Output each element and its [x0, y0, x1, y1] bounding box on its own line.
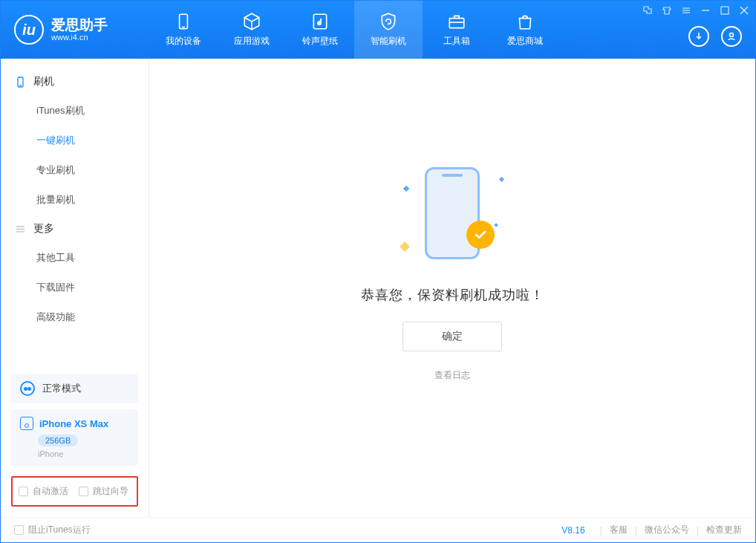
bag-icon: [515, 12, 535, 31]
feedback-icon[interactable]: [642, 5, 653, 18]
sidebar-section-flash[interactable]: 刷机: [1, 68, 149, 96]
app-window: iu 爱思助手 www.i4.cn 我的设备 应用游戏: [0, 0, 756, 543]
shield-refresh-icon: [379, 12, 398, 31]
body: 刷机 iTunes刷机 一键刷机 专业刷机 批量刷机 更多 其他工具 下载固件 …: [1, 59, 755, 517]
footer-link-service[interactable]: 客服: [610, 524, 628, 536]
highlighted-checkbox-row: 自动激活 跳过向导: [11, 476, 138, 507]
svg-rect-10: [721, 7, 729, 14]
window-controls: [642, 5, 749, 18]
main-content: 恭喜您，保资料刷机成功啦！ 确定 查看日志: [149, 59, 755, 517]
block-itunes-checkbox[interactable]: 阻止iTunes运行: [14, 524, 91, 536]
footer-link-wechat[interactable]: 微信公众号: [645, 524, 689, 536]
nav-label: 铃声壁纸: [302, 35, 338, 48]
checkbox-icon: [79, 487, 88, 496]
nav-store[interactable]: 爱思商城: [491, 1, 559, 59]
device-icon: [20, 417, 33, 430]
nav-label: 爱思商城: [507, 35, 543, 48]
nav-apps-games[interactable]: 应用游戏: [218, 1, 286, 59]
check-badge-icon: [466, 221, 495, 249]
checkbox-label: 阻止iTunes运行: [28, 524, 91, 536]
sidebar: 刷机 iTunes刷机 一键刷机 专业刷机 批量刷机 更多 其他工具 下载固件 …: [1, 59, 149, 517]
skin-icon[interactable]: [662, 5, 672, 18]
briefcase-icon: [447, 12, 466, 31]
close-button[interactable]: [739, 5, 749, 18]
logo-icon: iu: [14, 15, 44, 45]
storage-badge: 256GB: [38, 435, 78, 446]
mode-box[interactable]: 正常模式: [11, 374, 138, 403]
auto-activate-checkbox[interactable]: 自动激活: [19, 485, 68, 498]
svg-rect-4: [449, 19, 464, 28]
footer-link-update[interactable]: 检查更新: [706, 524, 742, 536]
header-right-icons: [688, 26, 742, 47]
sidebar-item-pro-flash[interactable]: 专业刷机: [1, 155, 149, 185]
sidebar-item-download-firmware[interactable]: 下载固件: [1, 273, 149, 302]
footer-right: V8.16 | 客服 | 微信公众号 | 检查更新: [561, 524, 742, 536]
section-title: 刷机: [33, 75, 54, 88]
minimize-button[interactable]: [700, 5, 711, 18]
nav-label: 工具箱: [443, 35, 470, 48]
checkbox-icon: [14, 525, 24, 535]
nav-smart-flash[interactable]: 智能刷机: [354, 1, 423, 59]
device-name: iPhone XS Max: [39, 418, 108, 429]
sparkle-icon: [403, 186, 409, 192]
svg-point-14: [730, 33, 734, 37]
footer: 阻止iTunes运行 V8.16 | 客服 | 微信公众号 | 检查更新: [1, 517, 755, 542]
sparkle-icon: [499, 177, 504, 182]
sidebar-section-more[interactable]: 更多: [1, 215, 149, 243]
success-message: 恭喜您，保资料刷机成功啦！: [361, 286, 544, 304]
cube-icon: [242, 12, 261, 31]
user-icon[interactable]: [721, 26, 742, 47]
maximize-button[interactable]: [720, 5, 730, 18]
section-title: 更多: [33, 222, 54, 235]
nav-ringtone-wallpaper[interactable]: 铃声壁纸: [286, 1, 354, 59]
sidebar-item-oneclick-flash[interactable]: 一键刷机: [1, 126, 149, 155]
skip-setup-checkbox[interactable]: 跳过向导: [79, 485, 128, 498]
mode-icon: [20, 381, 35, 396]
logo-text: 爱思助手 www.i4.cn: [51, 18, 108, 42]
nav-toolbox[interactable]: 工具箱: [423, 1, 491, 59]
checkbox-label: 跳过向导: [93, 485, 128, 498]
device-type: iPhone: [38, 449, 129, 458]
sidebar-item-itunes-flash[interactable]: iTunes刷机: [1, 96, 149, 126]
success-illustration: [397, 164, 508, 268]
music-note-icon: [310, 12, 330, 31]
sparkle-icon: [400, 241, 410, 252]
list-icon: [14, 223, 26, 235]
ok-button[interactable]: 确定: [403, 322, 502, 351]
app-name: 爱思助手: [51, 18, 108, 33]
version-label: V8.16: [561, 525, 584, 536]
nav-label: 智能刷机: [371, 35, 406, 48]
device-icon: [174, 12, 193, 31]
sidebar-item-other-tools[interactable]: 其他工具: [1, 243, 149, 273]
view-log-link[interactable]: 查看日志: [434, 369, 470, 382]
menu-icon[interactable]: [681, 5, 691, 18]
device-box[interactable]: iPhone XS Max 256GB iPhone: [11, 409, 138, 466]
header: iu 爱思助手 www.i4.cn 我的设备 应用游戏: [1, 1, 755, 59]
checkbox-icon: [19, 487, 28, 496]
sidebar-bottom: 正常模式 iPhone XS Max 256GB iPhone 自动激活: [1, 368, 149, 517]
download-icon[interactable]: [688, 26, 709, 47]
app-url: www.i4.cn: [51, 33, 108, 42]
logo-area: iu 爱思助手 www.i4.cn: [1, 15, 149, 45]
top-nav: 我的设备 应用游戏 铃声壁纸 智能刷机: [149, 1, 559, 59]
phone-icon: [14, 76, 26, 88]
sidebar-item-batch-flash[interactable]: 批量刷机: [1, 185, 149, 215]
nav-label: 应用游戏: [234, 35, 270, 48]
sparkle-icon: [494, 223, 498, 227]
sidebar-item-advanced[interactable]: 高级功能: [1, 302, 149, 332]
nav-my-device[interactable]: 我的设备: [149, 1, 218, 59]
checkbox-label: 自动激活: [33, 485, 68, 498]
nav-label: 我的设备: [166, 35, 201, 48]
mode-label: 正常模式: [42, 382, 81, 395]
